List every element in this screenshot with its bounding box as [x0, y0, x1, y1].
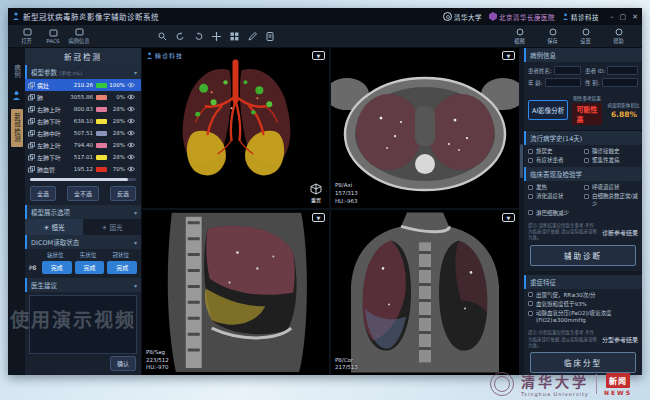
- checkbox[interactable]: [584, 194, 589, 199]
- checkbox[interactable]: [528, 158, 533, 163]
- rail-person-icon[interactable]: [12, 91, 21, 101]
- model-row[interactable]: 右肺中叶 507.51 28%: [25, 127, 141, 139]
- toolbar-button[interactable]: 病例信息: [66, 28, 92, 45]
- model-params-header[interactable]: 模型参数 (单位:mL) ▾: [25, 65, 141, 79]
- viewport-coronal[interactable]: ▼ P8/Cor217/513: [331, 210, 519, 375]
- zoom-icon[interactable]: [158, 32, 167, 41]
- checkbox[interactable]: [528, 311, 533, 316]
- select-button[interactable]: 全选: [30, 186, 56, 201]
- eye-icon[interactable]: [127, 106, 135, 112]
- rail-tab-covid-detect[interactable]: 新冠检测: [11, 109, 23, 147]
- checkbox-item[interactable]: 血氧饱和度低于93%: [528, 301, 638, 308]
- color-swatch[interactable]: [96, 95, 107, 100]
- viewport-sagittal[interactable]: ▼ P8/Sag223/512HU:-970: [142, 210, 329, 375]
- annotate-icon[interactable]: [248, 32, 257, 41]
- doctor-advice-textarea[interactable]: [29, 295, 137, 354]
- dicom-done-axial[interactable]: 完成: [42, 261, 72, 274]
- toolbar-button[interactable]: PACS: [40, 29, 66, 44]
- maximize-button[interactable]: ▢: [620, 13, 627, 21]
- checkbox[interactable]: [584, 185, 589, 190]
- model-row[interactable]: 左肺上叶 794.40 28%: [25, 139, 141, 151]
- checkbox[interactable]: [584, 149, 589, 154]
- checkbox[interactable]: [584, 158, 589, 163]
- assist-diagnosis-button[interactable]: 辅助诊断: [530, 245, 636, 266]
- display-options-header[interactable]: 模型展示选项 ▾: [25, 205, 141, 219]
- color-swatch[interactable]: [96, 167, 107, 172]
- lighting-tab-headlight[interactable]: ☀ 恒光: [25, 219, 83, 235]
- scrollbar-thumb[interactable]: [520, 144, 523, 178]
- case-info-input[interactable]: [602, 78, 638, 87]
- checkbox-item[interactable]: 出现气促，RR≥30次/分: [528, 292, 638, 299]
- model-row[interactable]: 左肺下叶 517.01 28%: [25, 151, 141, 163]
- checkbox-item[interactable]: 淋巴细胞减少: [528, 210, 582, 217]
- chevron-down-icon[interactable]: ▾: [134, 69, 137, 76]
- reset-view-button[interactable]: 重置: [310, 183, 322, 203]
- model-row[interactable]: 病灶 210.26 100%: [25, 79, 141, 91]
- color-swatch[interactable]: [96, 143, 107, 148]
- checkbox-item[interactable]: 消化道症状: [528, 193, 582, 207]
- case-info-input[interactable]: [545, 78, 581, 87]
- model-row[interactable]: 右肺上叶 800.83 28%: [25, 103, 141, 115]
- pan-icon[interactable]: [212, 32, 221, 41]
- checkbox-item[interactable]: 聚集性发病: [584, 157, 638, 164]
- ai-analysis-button[interactable]: AI影像分析: [528, 100, 568, 120]
- color-swatch[interactable]: [96, 83, 107, 88]
- checkbox-item[interactable]: 发热: [528, 184, 582, 191]
- toolbar-button[interactable]: 设置: [573, 28, 599, 45]
- eye-icon[interactable]: [127, 82, 135, 88]
- case-info-input[interactable]: [554, 66, 581, 75]
- checkbox-item[interactable]: 呼吸道症状: [584, 184, 638, 191]
- eye-icon[interactable]: [127, 142, 135, 148]
- checkbox[interactable]: [528, 301, 533, 306]
- checkbox[interactable]: [528, 185, 533, 190]
- opacity-slider[interactable]: [30, 178, 136, 181]
- toolbar-button[interactable]: 帮助: [606, 28, 632, 45]
- chevron-down-icon[interactable]: ▾: [134, 282, 137, 289]
- color-swatch[interactable]: [96, 155, 107, 160]
- viewport-menu-button[interactable]: ▼: [312, 213, 325, 222]
- select-button[interactable]: 全不选: [67, 186, 99, 201]
- layout-grid-icon[interactable]: [230, 32, 239, 41]
- model-row[interactable]: 肺血管 195.12 70%: [25, 163, 141, 175]
- model-row[interactable]: 右肺下叶 638.10 28%: [25, 115, 141, 127]
- checkbox-item[interactable]: 白细胞总数正常/减少: [584, 193, 638, 207]
- rotate-left-icon[interactable]: [176, 32, 185, 41]
- eye-icon[interactable]: [127, 166, 135, 172]
- toolbar-button[interactable]: 保存: [540, 28, 566, 45]
- doctor-advice-header[interactable]: 医生建议 ▾: [25, 278, 141, 292]
- model-row[interactable]: 肺 3055.86 0%: [25, 91, 141, 103]
- rail-tab-case[interactable]: 病例: [11, 60, 23, 83]
- dicom-status-header[interactable]: DICOM读取状态 ▾: [25, 235, 141, 249]
- chevron-down-icon[interactable]: ▾: [134, 239, 137, 246]
- toolbar-button[interactable]: 打开: [14, 28, 40, 45]
- report-icon[interactable]: [266, 32, 274, 41]
- eye-icon[interactable]: [127, 130, 135, 136]
- close-button[interactable]: ✕: [632, 13, 638, 21]
- dicom-done-sagittal[interactable]: 完成: [75, 261, 105, 274]
- eye-icon[interactable]: [127, 118, 135, 124]
- viewport-3d-render[interactable]: 精诊科技 ▼ 重置: [142, 48, 329, 208]
- eye-icon[interactable]: [127, 94, 135, 100]
- viewport-axial[interactable]: ▼ P8/Axi157/313HU:-963: [331, 48, 519, 208]
- case-info-input[interactable]: [607, 66, 638, 75]
- chevron-down-icon[interactable]: ▾: [134, 209, 137, 216]
- checkbox-item[interactable]: 确诊接触史: [584, 148, 638, 155]
- dicom-done-coronal[interactable]: 完成: [107, 261, 137, 274]
- color-swatch[interactable]: [96, 119, 107, 124]
- checkbox[interactable]: [528, 149, 533, 154]
- viewport-menu-button[interactable]: ▼: [312, 51, 325, 60]
- checkbox[interactable]: [528, 292, 533, 297]
- confirm-button[interactable]: 确认: [110, 356, 136, 371]
- lighting-tab-fixed[interactable]: ☀ 固光: [83, 219, 141, 235]
- checkbox[interactable]: [528, 194, 533, 199]
- minimize-button[interactable]: –: [610, 13, 614, 21]
- color-swatch[interactable]: [96, 107, 107, 112]
- checkbox-item[interactable]: 动脉血氧分压(PaO2)/吸氧浓度(FiO2)≤300mmHg: [528, 310, 638, 324]
- color-swatch[interactable]: [96, 131, 107, 136]
- viewport-menu-button[interactable]: ▼: [502, 213, 515, 222]
- checkbox-item[interactable]: 旅居史: [528, 148, 582, 155]
- eye-icon[interactable]: [127, 154, 135, 160]
- select-button[interactable]: 反选: [110, 186, 136, 201]
- checkbox[interactable]: [528, 210, 533, 215]
- toolbar-button[interactable]: 截图: [507, 28, 533, 45]
